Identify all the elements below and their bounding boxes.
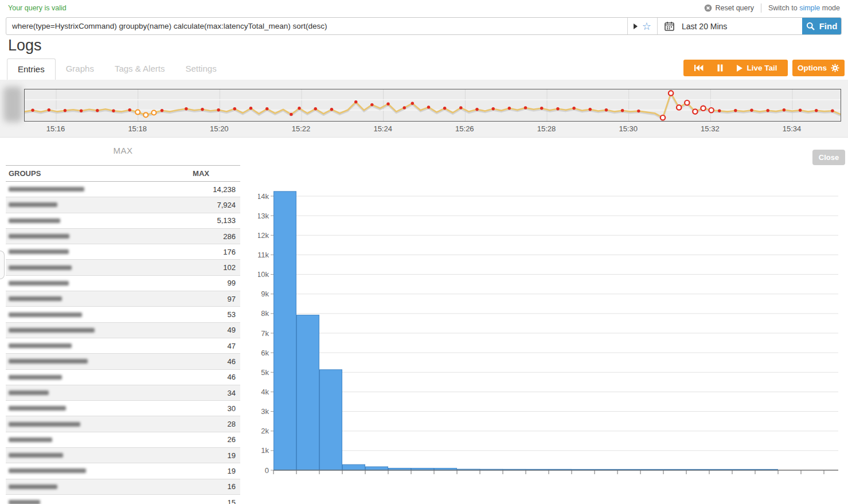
event-rate-dot (508, 107, 511, 110)
table-row[interactable]: 14,238 (6, 182, 240, 197)
tab-entries[interactable]: Entries (7, 58, 56, 80)
y-tick-label: 10k (258, 270, 269, 279)
table-row[interactable]: 102 (6, 260, 240, 275)
bar (343, 464, 365, 470)
bar-chart-svg: 01k2k3k4k5k6k7k8k9k10k11k12k13k14k (258, 183, 848, 482)
tab-tags-alerts[interactable]: Tags & Alerts (104, 58, 175, 80)
y-tick-label: 13k (258, 212, 269, 220)
event-rate-dot (314, 107, 317, 110)
switch-prefix: Switch to (768, 4, 799, 12)
circle-x-icon (704, 4, 712, 12)
redacted-group-name (9, 437, 52, 442)
table-row[interactable]: 97 (6, 291, 240, 307)
max-value: 5,133 (217, 216, 236, 225)
redacted-group-name (9, 500, 40, 504)
tab-graphs[interactable]: Graphs (56, 58, 104, 80)
table-row[interactable]: 176 (6, 244, 240, 260)
timeline-plot[interactable] (24, 89, 841, 122)
max-value: 53 (228, 310, 236, 319)
max-value: 102 (223, 263, 236, 272)
tab-row: EntriesGraphsTags & AlertsSettings Live … (0, 57, 848, 80)
pause-icon[interactable] (717, 64, 723, 72)
table-row[interactable]: 46 (6, 370, 240, 385)
selected-marker-orange (143, 112, 148, 117)
page-title: Logs (8, 37, 42, 54)
run-query-icon[interactable] (634, 24, 638, 29)
table-row[interactable]: 5,133 (6, 213, 240, 229)
time-tick-label: 15:26 (455, 124, 474, 133)
spike-marker-red (693, 109, 697, 114)
tabs: EntriesGraphsTags & AlertsSettings (7, 58, 227, 80)
bar-chart: 01k2k3k4k5k6k7k8k9k10k11k12k13k14k (258, 183, 848, 482)
table-row[interactable]: 53 (6, 307, 240, 322)
event-rate-dot (233, 107, 236, 110)
event-rate-dot (185, 107, 187, 110)
table-row[interactable]: 16 (6, 479, 240, 495)
max-value: 16 (228, 482, 236, 491)
redacted-group-name (9, 468, 86, 473)
max-value: 19 (228, 467, 236, 475)
live-tail-button[interactable]: Live Tail (737, 64, 777, 72)
event-rate-dot (217, 108, 220, 111)
tab-settings[interactable]: Settings (175, 58, 226, 80)
y-tick-label: 8k (261, 309, 269, 318)
table-row[interactable]: 19 (6, 463, 240, 479)
time-tick-label: 15:30 (619, 124, 638, 133)
play-icon (737, 65, 743, 72)
y-tick-label: 0 (265, 466, 269, 475)
redacted-group-name (9, 202, 57, 207)
table-row[interactable]: 99 (6, 276, 240, 291)
event-rate-dot (524, 106, 527, 109)
spike-marker-red (685, 100, 689, 105)
table-row[interactable]: 15 (6, 495, 240, 504)
event-rate-dot (403, 106, 406, 109)
table-row[interactable]: 46 (6, 354, 240, 369)
table-row[interactable]: 286 (6, 229, 240, 244)
redacted-group-name (9, 265, 72, 270)
table-header: GROUPS MAX (6, 165, 240, 182)
close-button[interactable]: Close (812, 150, 845, 165)
redacted-group-name (9, 249, 69, 254)
query-valid-message: Your query is valid (8, 4, 67, 12)
favorite-star-icon[interactable]: ☆ (640, 21, 657, 32)
y-tick-label: 11k (258, 251, 269, 259)
divider (761, 3, 761, 13)
event-rate-dot (621, 109, 624, 112)
reset-query-button[interactable]: Reset query (704, 4, 754, 12)
table-row[interactable]: 19 (6, 448, 240, 463)
simple-mode-link[interactable]: simple (799, 4, 820, 12)
timeline-strip: 15:1615:1815:2015:2215:2415:2615:2815:30… (0, 80, 848, 138)
app-window: Your query is valid Reset query Switch t… (0, 0, 848, 504)
time-tick-label: 15:18 (128, 124, 147, 133)
redacted-group-name (9, 218, 60, 223)
query-input[interactable] (6, 18, 627, 34)
table-row[interactable]: 26 (6, 432, 240, 448)
table-row[interactable]: 7,924 (6, 197, 240, 213)
event-rate-dot (427, 106, 430, 108)
sidebar-collapse-handle[interactable] (0, 251, 5, 279)
event-rate-dot (734, 109, 737, 112)
event-rate-dot (750, 109, 753, 112)
event-rate-dot (386, 103, 389, 106)
skip-to-start-icon[interactable] (694, 64, 704, 72)
find-button[interactable]: Find (802, 18, 841, 34)
table-row[interactable]: 47 (6, 338, 240, 354)
bar (274, 192, 296, 470)
y-tick-label: 4k (261, 388, 269, 396)
event-rate-dot (637, 110, 640, 112)
table-row[interactable]: 34 (6, 385, 240, 401)
panel-title: MAX (6, 146, 240, 155)
top-status-bar: Your query is valid Reset query Switch t… (0, 0, 848, 16)
time-tick-label: 15:28 (537, 124, 556, 133)
time-range-selector[interactable]: Last 20 Mins (657, 18, 802, 34)
event-rate-dot (411, 102, 414, 105)
table-row[interactable]: 30 (6, 401, 240, 416)
options-button[interactable]: Options (792, 60, 845, 76)
table-row[interactable]: 49 (6, 323, 240, 338)
reset-query-label: Reset query (716, 4, 754, 12)
timeline-chart-svg (25, 89, 841, 121)
redacted-group-name (9, 328, 95, 333)
event-rate-dot (112, 110, 115, 112)
groups-column-header: GROUPS (9, 169, 41, 178)
table-row[interactable]: 28 (6, 416, 240, 432)
